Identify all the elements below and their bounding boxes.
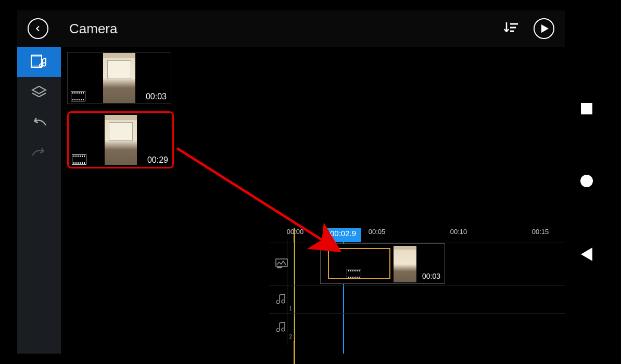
undo-icon (31, 117, 47, 127)
clip-thumbnail (105, 115, 137, 165)
timeline-tick: 00:00 (287, 228, 304, 236)
back-icon (28, 18, 48, 39)
timeline-tracks: 00:03 1 (269, 242, 565, 341)
timeline-clip-duration: 00:03 (422, 272, 440, 280)
video-type-icon (347, 269, 361, 279)
recents-button[interactable] (581, 103, 592, 114)
clip-item[interactable]: 00:29 (67, 111, 174, 168)
track-head: 2 (269, 314, 294, 341)
clip-duration: 00:29 (147, 155, 168, 165)
track-head: 1 (269, 285, 294, 313)
sidebar-item-layers[interactable] (17, 77, 61, 107)
video-type-icon (71, 91, 85, 101)
sidebar-item-redo[interactable] (17, 137, 61, 167)
audio-track-1[interactable]: 1 (269, 285, 565, 313)
track-number: 2 (289, 334, 292, 340)
clip-list: 00:03 00:29 (67, 52, 174, 176)
sidebar (17, 47, 61, 354)
clip-thumbnail (394, 246, 416, 282)
clip-item[interactable]: 00:03 (67, 52, 171, 104)
svg-rect-4 (31, 55, 42, 57)
redo-icon (31, 147, 47, 158)
timeline-tick: 00:15 (532, 228, 549, 236)
content-area: 00:03 00:29 00:00 00:05 00:10 00:15 00:0… (61, 47, 565, 354)
sort-button[interactable] (503, 21, 519, 36)
audio-track-icon (276, 322, 287, 333)
top-bar: Camera (17, 10, 565, 47)
video-track-icon (275, 258, 288, 269)
sidebar-item-undo[interactable] (17, 107, 61, 137)
sort-icon (503, 21, 519, 34)
playhead-marker[interactable]: 00:02.9 (325, 228, 361, 242)
home-button[interactable] (580, 175, 593, 187)
clip-duration: 00:03 (146, 92, 167, 101)
video-type-icon (72, 154, 86, 165)
svg-rect-7 (277, 267, 282, 268)
app-frame: Camera (17, 10, 565, 354)
back-system-button[interactable] (581, 248, 592, 261)
sidebar-item-media[interactable] (17, 47, 61, 77)
play-icon (541, 24, 549, 33)
play-button[interactable] (534, 18, 554, 39)
video-track[interactable]: 00:03 (269, 242, 565, 285)
system-nav (571, 0, 602, 364)
audio-track-2[interactable]: 2 (269, 313, 565, 341)
layers-icon (31, 85, 47, 99)
timeline-ruler[interactable]: 00:00 00:05 00:10 00:15 00:02.9 (269, 228, 565, 242)
timeline-tick: 00:10 (450, 228, 467, 236)
audio-track-icon (276, 294, 287, 305)
track-number: 1 (289, 306, 292, 311)
media-music-icon (30, 54, 48, 70)
timeline[interactable]: 00:00 00:05 00:10 00:15 00:02.9 (269, 228, 565, 354)
timeline-tick: 00:05 (369, 228, 386, 236)
timeline-clip[interactable]: 00:03 (320, 243, 445, 284)
back-button[interactable] (17, 10, 59, 47)
page-title: Camera (59, 21, 503, 37)
clip-thumbnail (103, 53, 135, 103)
track-head (269, 242, 294, 285)
svg-rect-6 (276, 259, 287, 266)
